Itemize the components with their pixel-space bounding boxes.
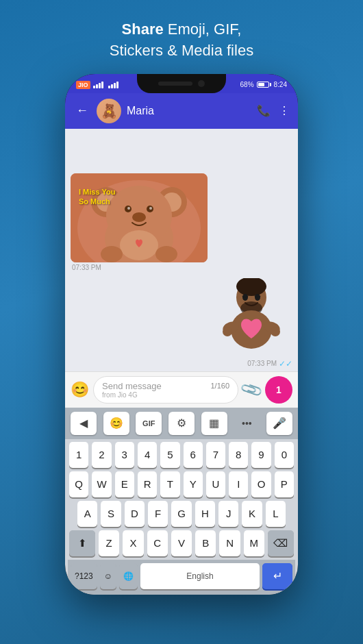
read-receipt-icon: ✓✓ bbox=[279, 359, 292, 369]
notch-speaker bbox=[158, 82, 192, 86]
key-w[interactable]: W bbox=[92, 471, 111, 497]
key-b[interactable]: B bbox=[195, 530, 216, 556]
key-1[interactable]: 1 bbox=[69, 442, 88, 468]
key-f[interactable]: F bbox=[148, 501, 168, 527]
kb-settings-btn[interactable]: ⚙ bbox=[168, 412, 195, 435]
message-time-sent: 07:33 PM ✓✓ bbox=[247, 359, 292, 369]
keyboard-row-zxcv: ⬆ Z X C V B N M ⌫ bbox=[68, 530, 295, 556]
key-m[interactable]: M bbox=[244, 530, 264, 556]
key-7[interactable]: 7 bbox=[206, 442, 225, 468]
kb-more-btn[interactable]: ••• bbox=[234, 412, 260, 435]
key-o[interactable]: O bbox=[251, 471, 271, 497]
keyboard-row-qwerty: Q W E R T Y U I O P bbox=[68, 471, 295, 497]
key-5[interactable]: 5 bbox=[160, 442, 179, 468]
status-left: JIO bbox=[76, 81, 118, 89]
promo-title-bold: Share bbox=[122, 21, 164, 38]
battery-icon bbox=[257, 82, 271, 88]
key-x[interactable]: X bbox=[123, 530, 143, 556]
phone-frame: JIO 68% 8:24 bbox=[65, 74, 298, 595]
svg-point-24 bbox=[223, 327, 232, 336]
enter-key[interactable]: ↵ bbox=[262, 563, 292, 589]
time-display: 8:24 bbox=[274, 81, 287, 88]
keyboard-bottom-row: ?123 ☺ 🌐 English ↵ bbox=[68, 560, 295, 595]
status-right: 68% 8:24 bbox=[240, 81, 287, 88]
globe-key[interactable]: 🌐 bbox=[119, 563, 138, 589]
battery-percent: 68% bbox=[240, 81, 254, 88]
svg-point-15 bbox=[155, 246, 177, 262]
kb-gif-btn[interactable]: GIF bbox=[136, 412, 162, 435]
key-v[interactable]: V bbox=[171, 530, 192, 556]
promo-title-line2: Stickers & Media files bbox=[110, 42, 253, 59]
key-p[interactable]: P bbox=[275, 471, 294, 497]
key-2[interactable]: 2 bbox=[92, 442, 111, 468]
key-q[interactable]: Q bbox=[69, 471, 88, 497]
contact-name: Maria bbox=[127, 105, 251, 117]
attach-button[interactable]: 📎 bbox=[239, 377, 264, 402]
backspace-key[interactable]: ⌫ bbox=[268, 530, 294, 556]
image-text-line2: So Much bbox=[79, 197, 110, 206]
kb-emoji-btn[interactable]: 😊 bbox=[103, 412, 129, 435]
promo-header: Share Emoji, GIF, Stickers & Media files bbox=[82, 0, 281, 74]
emoji-key[interactable]: ☺ bbox=[100, 563, 116, 589]
key-c[interactable]: C bbox=[147, 530, 168, 556]
key-r[interactable]: R bbox=[138, 471, 157, 497]
sticker-svg bbox=[214, 278, 289, 357]
chat-area: I Miss You So Much 07:33 PM bbox=[65, 129, 298, 371]
space-key[interactable]: English bbox=[140, 563, 260, 589]
input-subtext: from Jio 4G bbox=[102, 391, 229, 399]
message-time-received: 07:33 PM bbox=[71, 264, 208, 271]
key-3[interactable]: 3 bbox=[115, 442, 134, 468]
keyboard-body: 1 2 3 4 5 6 7 8 9 0 Q W E R T Y U I O P … bbox=[65, 439, 298, 595]
key-y[interactable]: Y bbox=[184, 471, 203, 497]
key-9[interactable]: 9 bbox=[251, 442, 271, 468]
message-input-field[interactable]: Send message 1/160 from Jio 4G bbox=[93, 376, 238, 404]
sent-message: 07:33 PM ✓✓ bbox=[210, 277, 292, 369]
key-t[interactable]: T bbox=[160, 471, 179, 497]
back-button[interactable]: ← bbox=[73, 101, 91, 121]
sticker bbox=[210, 277, 292, 359]
more-options-icon[interactable]: ⋮ bbox=[279, 104, 290, 117]
svg-point-10 bbox=[127, 207, 130, 210]
key-e[interactable]: E bbox=[115, 471, 134, 497]
key-h[interactable]: H bbox=[195, 501, 215, 527]
contact-avatar: 🧸 bbox=[97, 99, 121, 123]
numbers-key[interactable]: ?123 bbox=[71, 563, 97, 589]
svg-point-14 bbox=[101, 246, 123, 262]
kb-back-btn[interactable]: ◀ bbox=[71, 412, 97, 435]
key-0[interactable]: 0 bbox=[275, 442, 294, 468]
signal-icon-2 bbox=[108, 82, 118, 88]
key-z[interactable]: Z bbox=[99, 530, 119, 556]
message-image: I Miss You So Much bbox=[71, 173, 208, 262]
shift-key[interactable]: ⬆ bbox=[69, 530, 95, 556]
kb-sticker-btn[interactable]: ▦ bbox=[201, 412, 227, 435]
key-j[interactable]: J bbox=[218, 501, 238, 527]
promo-title-normal: Emoji, GIF, bbox=[168, 21, 242, 38]
call-icon[interactable]: 📞 bbox=[257, 104, 271, 117]
key-d[interactable]: D bbox=[125, 501, 145, 527]
key-n[interactable]: N bbox=[219, 530, 240, 556]
send-button[interactable]: 1 bbox=[265, 376, 292, 404]
svg-point-12 bbox=[132, 212, 146, 222]
message-input-area: 😊 Send message 1/160 from Jio 4G 📎 1 bbox=[65, 371, 298, 408]
key-4[interactable]: 4 bbox=[138, 442, 157, 468]
signal-icon bbox=[93, 82, 103, 88]
keyboard-row-asdf: A S D F G H J K L bbox=[68, 501, 295, 527]
kb-mic-btn[interactable]: 🎤 bbox=[266, 412, 292, 435]
carrier-label: JIO bbox=[76, 81, 90, 89]
key-k[interactable]: K bbox=[242, 501, 262, 527]
key-6[interactable]: 6 bbox=[184, 442, 203, 468]
key-s[interactable]: S bbox=[101, 501, 121, 527]
svg-point-11 bbox=[149, 207, 152, 210]
app-bar: ← 🧸 Maria 📞 ⋮ bbox=[65, 93, 298, 129]
key-i[interactable]: I bbox=[229, 471, 248, 497]
key-a[interactable]: A bbox=[77, 501, 97, 527]
key-8[interactable]: 8 bbox=[229, 442, 248, 468]
message-image-text: I Miss You So Much bbox=[79, 187, 115, 207]
emoji-button[interactable]: 😊 bbox=[71, 381, 89, 399]
app-bar-icons: 📞 ⋮ bbox=[257, 104, 290, 117]
svg-point-25 bbox=[271, 327, 280, 336]
key-u[interactable]: U bbox=[206, 471, 225, 497]
keyboard-row-numbers: 1 2 3 4 5 6 7 8 9 0 bbox=[68, 442, 295, 468]
key-l[interactable]: L bbox=[266, 501, 286, 527]
key-g[interactable]: G bbox=[171, 501, 191, 527]
